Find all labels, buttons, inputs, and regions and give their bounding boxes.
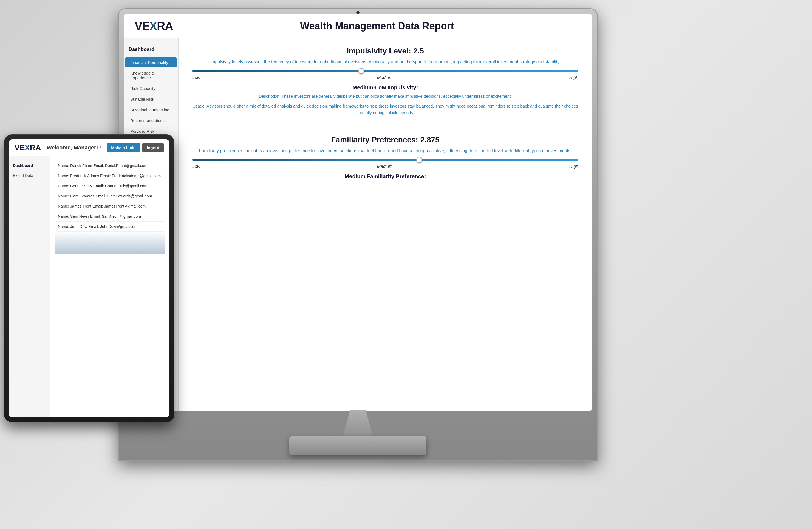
tablet-welcome: Welcome, Manager1! bbox=[47, 144, 101, 151]
client-item-1[interactable]: Name: Derick Phant Email: DerickPhant@gm… bbox=[55, 161, 165, 171]
logout-button[interactable]: logout bbox=[142, 143, 164, 152]
impulsivity-slider-thumb[interactable] bbox=[358, 68, 364, 74]
familiarity-description: Familiarity preferences indicates an inv… bbox=[192, 147, 578, 154]
desktop-monitor: VEXRA Wealth Management Data Report Dash… bbox=[118, 8, 598, 461]
screen-header: VEXRA Wealth Management Data Report bbox=[124, 14, 592, 38]
monitor-title: Wealth Management Data Report bbox=[173, 20, 581, 32]
impulsivity-result-desc2: Usage: Advisors should offer a mix of de… bbox=[192, 103, 578, 116]
tablet-button-group: Make a Link! logout bbox=[107, 143, 164, 152]
make-link-button[interactable]: Make a Link! bbox=[107, 143, 140, 152]
sidebar-item-financial-personality[interactable]: Financial Personality bbox=[125, 57, 177, 68]
tablet-sidebar-dashboard[interactable]: Dashboard bbox=[9, 161, 50, 171]
monitor-main-content: Impulsivity Level: 2.5 Impulsivity level… bbox=[178, 38, 592, 411]
tablet-main-content: Name: Derick Phant Email: DerickPhant@gm… bbox=[50, 156, 169, 417]
monitor-frame: VEXRA Wealth Management Data Report Dash… bbox=[118, 8, 598, 461]
tablet-footer-gradient bbox=[55, 232, 165, 254]
client-item-4[interactable]: Name: Liam Edwards Email: LiamEdwards@gm… bbox=[55, 191, 165, 201]
monitor-camera bbox=[356, 11, 360, 14]
familiarity-section: Familiarity Preferences: 2.875 Familiari… bbox=[192, 135, 578, 180]
familiarity-heading: Familiarity Preferences: 2.875 bbox=[192, 135, 578, 144]
tablet-logo: VEXRA bbox=[15, 143, 41, 152]
tablet-frame: VEXRA Welcome, Manager1! Make a Link! lo… bbox=[4, 134, 174, 422]
sidebar-title: Dashboard bbox=[124, 44, 178, 55]
monitor-logo: VEXRA bbox=[135, 19, 173, 33]
impulsivity-section: Impulsivity Level: 2.5 Impulsivity level… bbox=[192, 47, 578, 116]
sidebar-item-sustainable-investing[interactable]: Sustainable Investing bbox=[125, 105, 177, 115]
monitor-screen: VEXRA Wealth Management Data Report Dash… bbox=[124, 14, 592, 411]
client-item-5[interactable]: Name: James Trent Email: JamesTrent@gmai… bbox=[55, 201, 165, 212]
familiarity-slider-thumb[interactable] bbox=[416, 157, 422, 163]
sidebar-item-knowledge-experience[interactable]: Knowledge & Experience bbox=[125, 68, 177, 83]
impulsivity-result-desc1: Description: These investors are general… bbox=[192, 93, 578, 100]
slider-label-low: Low bbox=[192, 75, 200, 80]
familiarity-slider-track[interactable] bbox=[192, 158, 578, 161]
impulsivity-description: Impulsivity levels assesses the tendency… bbox=[192, 59, 578, 65]
client-item-2[interactable]: Name: Frederick Adams Email: Frederickad… bbox=[55, 171, 165, 181]
client-item-6[interactable]: Name: Sam Nevin Email: SamNevin@gmail.co… bbox=[55, 212, 165, 221]
tablet-body: Dashboard Export Data Name: Derick Phant… bbox=[9, 156, 169, 417]
familiarity-result-label: Medium Familiarity Preference: bbox=[192, 173, 578, 180]
monitor-bezel: VEXRA Wealth Management Data Report Dash… bbox=[124, 14, 592, 411]
client-item-7[interactable]: Name: John Dow Email: JohnDow@gmail.com bbox=[55, 221, 165, 232]
familiarity-slider-label-medium: Medium bbox=[377, 164, 393, 169]
impulsivity-heading: Impulsivity Level: 2.5 bbox=[192, 47, 578, 55]
tablet-sidebar: Dashboard Export Data bbox=[9, 156, 50, 417]
familiarity-slider-label-low: Low bbox=[192, 164, 200, 169]
sidebar-item-suitable-risk[interactable]: Suitable Risk bbox=[125, 94, 177, 104]
tablet-sidebar-export-data[interactable]: Export Data bbox=[9, 171, 50, 181]
familiarity-slider-labels: Low Medium High bbox=[192, 164, 578, 169]
tablet-header: VEXRA Welcome, Manager1! Make a Link! lo… bbox=[9, 139, 169, 156]
slider-label-high: High bbox=[569, 75, 578, 80]
impulsivity-slider-labels: Low Medium High bbox=[192, 75, 578, 80]
sidebar-item-recommendations[interactable]: Recommendations bbox=[125, 115, 177, 126]
section-divider-1 bbox=[192, 127, 578, 127]
client-item-3[interactable]: Name: Connor Sully Email: ConnorSully@gm… bbox=[55, 181, 165, 191]
screen-body: Dashboard Financial Personality Knowledg… bbox=[124, 38, 592, 411]
tablet-screen: VEXRA Welcome, Manager1! Make a Link! lo… bbox=[9, 139, 169, 417]
sidebar-item-risk-capacity[interactable]: Risk Capacity bbox=[125, 83, 177, 94]
tablet-device: VEXRA Welcome, Manager1! Make a Link! lo… bbox=[4, 134, 174, 422]
impulsivity-slider-track[interactable] bbox=[192, 70, 578, 72]
familiarity-slider-label-high: High bbox=[569, 164, 578, 169]
monitor-stand-base bbox=[289, 436, 426, 455]
slider-label-medium: Medium bbox=[377, 75, 393, 80]
impulsivity-result-label: Medium-Low Impulsivity: bbox=[192, 84, 578, 91]
